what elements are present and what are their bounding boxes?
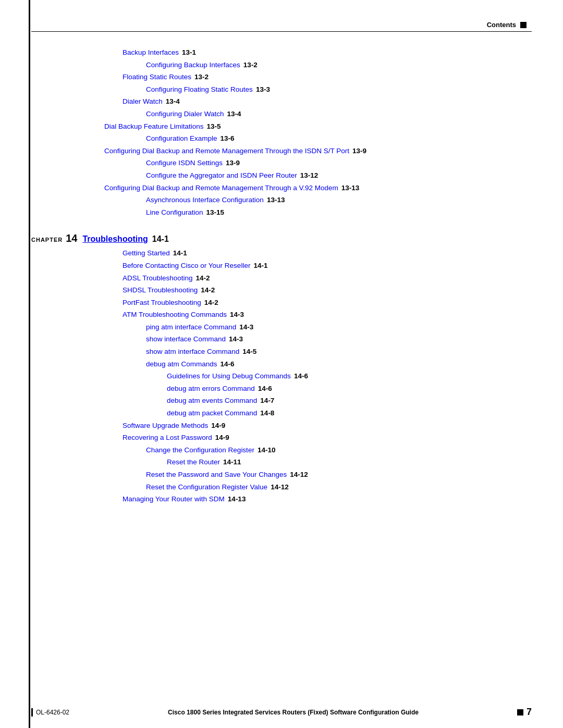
left-border-bar: [29, 0, 30, 728]
list-item: Configure the Aggregator and ISDN Peer R…: [146, 170, 532, 181]
list-item: debug atm packet Command 14-8: [167, 408, 532, 419]
chapter-page: 14-1: [152, 235, 169, 244]
toc-link[interactable]: debug atm Commands: [146, 359, 217, 370]
contents-label: Contents: [487, 21, 516, 29]
toc-link[interactable]: Configuring Dialer Watch: [146, 108, 224, 120]
toc-link[interactable]: Dialer Watch: [123, 96, 163, 107]
chapter-label: CHAPTER: [31, 237, 63, 243]
header-square-icon: [520, 22, 527, 28]
toc-link[interactable]: debug atm events Command: [167, 395, 257, 406]
list-item: debug atm errors Command 14-6: [167, 383, 532, 394]
toc-link[interactable]: Configuring Floating Static Routes: [146, 84, 253, 95]
toc-link[interactable]: Reset the Password and Save Your Changes: [146, 469, 287, 480]
list-item: Configuring Backup Interfaces 13-2: [146, 59, 532, 71]
toc-link[interactable]: ATM Troubleshooting Commands: [123, 309, 227, 320]
toc-link[interactable]: Configuring Backup Interfaces: [146, 59, 240, 71]
list-item: Managing Your Router with SDM 14-13: [123, 493, 532, 505]
page-footer: OL-6426-02 Cisco 1800 Series Integrated …: [31, 707, 532, 718]
toc-link[interactable]: Configuring Dial Backup and Remote Manag…: [104, 182, 338, 194]
list-item: Configuring Dial Backup and Remote Manag…: [104, 145, 532, 157]
chapter-title-link[interactable]: Troubleshooting: [82, 235, 148, 244]
toc-link[interactable]: Getting Started: [123, 248, 170, 259]
list-item: show atm interface Command 14-5: [146, 346, 532, 357]
chapter-14-heading: CHAPTER 14 Troubleshooting 14-1: [31, 232, 532, 244]
toc-link[interactable]: Configure ISDN Settings: [146, 157, 223, 169]
toc-link[interactable]: Recovering a Lost Password: [123, 432, 212, 443]
top-border-line: [31, 31, 532, 32]
toc-link[interactable]: Configuration Example: [146, 133, 217, 144]
toc-link[interactable]: Backup Interfaces: [123, 47, 179, 58]
list-item: Dial Backup Feature Limitations 13-5: [104, 121, 532, 132]
toc-link[interactable]: Software Upgrade Methods: [123, 420, 208, 431]
toc-link[interactable]: Line Configuration: [146, 207, 203, 218]
list-item: Reset the Password and Save Your Changes…: [146, 469, 532, 480]
list-item: Reset the Configuration Register Value 1…: [146, 482, 532, 493]
toc-link[interactable]: show atm interface Command: [146, 346, 239, 357]
list-item: Dialer Watch 13-4: [123, 96, 532, 107]
list-item: Guidelines for Using Debug Commands 14-6: [167, 371, 532, 382]
list-item: Backup Interfaces 13-1: [123, 47, 532, 58]
toc-link[interactable]: Reset the Router: [167, 456, 220, 468]
list-item: Configuring Dial Backup and Remote Manag…: [104, 182, 532, 194]
toc-link[interactable]: Floating Static Routes: [123, 71, 191, 83]
list-item: Configuring Dialer Watch 13-4: [146, 108, 532, 120]
toc-link[interactable]: Guidelines for Using Debug Commands: [167, 371, 291, 382]
chapter-14-list: Getting Started 14-1 Before Contacting C…: [31, 248, 532, 504]
footer-page-num: 7: [527, 707, 532, 718]
toc-link[interactable]: show interface Command: [146, 334, 226, 345]
footer-center-title: Cisco 1800 Series Integrated Services Ro…: [69, 709, 517, 716]
list-item: ATM Troubleshooting Commands 14-3: [123, 309, 532, 320]
toc-link[interactable]: PortFast Troubleshooting: [123, 297, 201, 309]
toc-link[interactable]: ADSL Troubleshooting: [123, 273, 193, 284]
list-item: Asynchronous Interface Configuration 13-…: [146, 194, 532, 206]
page: Contents Backup Interfaces 13-1 Configur…: [0, 0, 563, 728]
header-contents: Contents: [487, 21, 527, 29]
list-item: SHDSL Troubleshooting 14-2: [123, 285, 532, 296]
list-item: Getting Started 14-1: [123, 248, 532, 259]
toc-link[interactable]: Asynchronous Interface Configuration: [146, 194, 264, 206]
list-item: ping atm interface Command 14-3: [146, 322, 532, 333]
chapter-number: 14: [66, 232, 77, 244]
list-item: ADSL Troubleshooting 14-2: [123, 273, 532, 284]
list-item: debug atm events Command 14-7: [167, 395, 532, 406]
toc-link[interactable]: debug atm packet Command: [167, 408, 257, 419]
list-item: debug atm Commands 14-6: [146, 359, 532, 370]
toc-content: Backup Interfaces 13-1 Configuring Backu…: [31, 47, 532, 686]
list-item: Floating Static Routes 13-2: [123, 71, 532, 83]
list-item: Recovering a Lost Password 14-9: [123, 432, 532, 443]
footer-page-number: 7: [517, 707, 532, 718]
footer-left: OL-6426-02: [31, 708, 69, 717]
list-item: Configuring Floating Static Routes 13-3: [146, 84, 532, 95]
list-item: Line Configuration 13-15: [146, 207, 532, 218]
toc-link[interactable]: Managing Your Router with SDM: [123, 493, 225, 505]
toc-link[interactable]: debug atm errors Command: [167, 383, 255, 394]
toc-link[interactable]: Before Contacting Cisco or Your Reseller: [123, 260, 250, 272]
list-item: Before Contacting Cisco or Your Reseller…: [123, 260, 532, 272]
footer-doc-id: OL-6426-02: [36, 709, 69, 716]
list-item: PortFast Troubleshooting 14-2: [123, 297, 532, 309]
list-item: Configure ISDN Settings 13-9: [146, 157, 532, 169]
toc-link[interactable]: Reset the Configuration Register Value: [146, 482, 267, 493]
chapter-continuation-list: Backup Interfaces 13-1 Configuring Backu…: [31, 47, 532, 218]
list-item: Reset the Router 14-11: [167, 456, 532, 468]
toc-link[interactable]: Configure the Aggregator and ISDN Peer R…: [146, 170, 297, 181]
toc-link[interactable]: Configuring Dial Backup and Remote Manag…: [104, 145, 349, 157]
toc-link[interactable]: SHDSL Troubleshooting: [123, 285, 198, 296]
footer-right-square-icon: [517, 709, 523, 715]
list-item: show interface Command 14-3: [146, 334, 532, 345]
footer-left-bar-icon: [31, 708, 33, 717]
toc-link[interactable]: ping atm interface Command: [146, 322, 236, 333]
toc-link[interactable]: Change the Configuration Register: [146, 445, 254, 456]
toc-link[interactable]: Dial Backup Feature Limitations: [104, 121, 204, 132]
list-item: Software Upgrade Methods 14-9: [123, 420, 532, 431]
list-item: Change the Configuration Register 14-10: [146, 445, 532, 456]
list-item: Configuration Example 13-6: [146, 133, 532, 144]
